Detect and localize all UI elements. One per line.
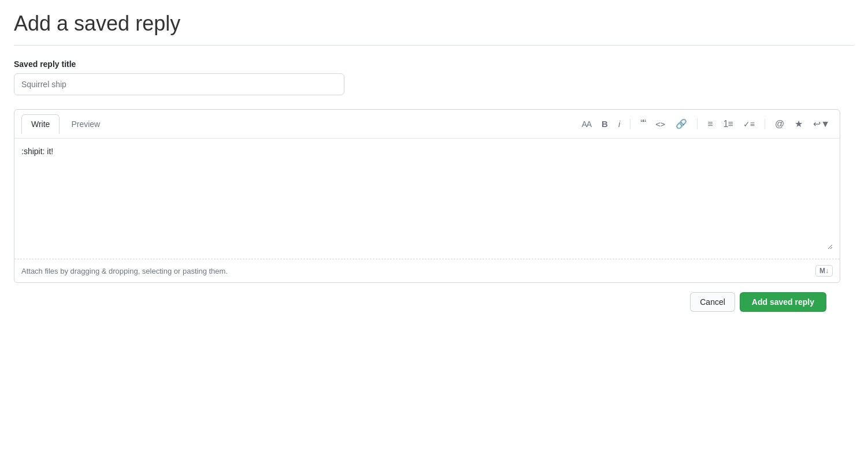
- toolbar-separator-1: [630, 119, 630, 129]
- task-list-icon[interactable]: ✓≡: [740, 117, 758, 131]
- toolbar-separator-3: [765, 119, 765, 129]
- title-label: Saved reply title: [14, 59, 854, 69]
- mention-icon[interactable]: @: [772, 117, 787, 132]
- title-input[interactable]: [14, 73, 344, 95]
- editor-container: Write Preview AA B i ““ <> 🔗 ≡ 1≡ ✓≡ @ ★: [14, 109, 840, 283]
- markdown-badge: M↓: [815, 265, 833, 277]
- bold-icon[interactable]: B: [599, 117, 611, 131]
- tab-preview[interactable]: Preview: [62, 115, 109, 133]
- reply-icon[interactable]: ↩▼: [810, 116, 833, 132]
- unordered-list-icon[interactable]: ≡: [704, 117, 715, 132]
- bookmark-icon[interactable]: ★: [792, 116, 806, 132]
- toolbar-icons: AA B i ““ <> 🔗 ≡ 1≡ ✓≡ @ ★ ↩▼: [578, 115, 833, 132]
- code-icon[interactable]: <>: [652, 117, 668, 131]
- quote-icon[interactable]: ““: [637, 115, 648, 132]
- tab-write[interactable]: Write: [21, 114, 60, 134]
- toolbar-separator-2: [697, 119, 698, 129]
- form-section: Saved reply title: [14, 59, 854, 95]
- attach-hint: Attach files by dragging & dropping, sel…: [21, 267, 228, 275]
- editor-body: [14, 139, 840, 259]
- cancel-button[interactable]: Cancel: [690, 292, 735, 312]
- editor-footer: Attach files by dragging & dropping, sel…: [14, 259, 840, 282]
- ordered-list-icon[interactable]: 1≡: [721, 117, 736, 132]
- editor-toolbar: Write Preview AA B i ““ <> 🔗 ≡ 1≡ ✓≡ @ ★: [14, 110, 840, 139]
- link-icon[interactable]: 🔗: [673, 116, 690, 132]
- actions-row: Cancel Add saved reply: [14, 292, 854, 312]
- add-saved-reply-button[interactable]: Add saved reply: [740, 292, 826, 312]
- text-size-icon[interactable]: AA: [578, 117, 594, 131]
- italic-icon[interactable]: i: [615, 117, 623, 131]
- page-title: Add a saved reply: [14, 12, 854, 46]
- editor-textarea[interactable]: [21, 146, 833, 249]
